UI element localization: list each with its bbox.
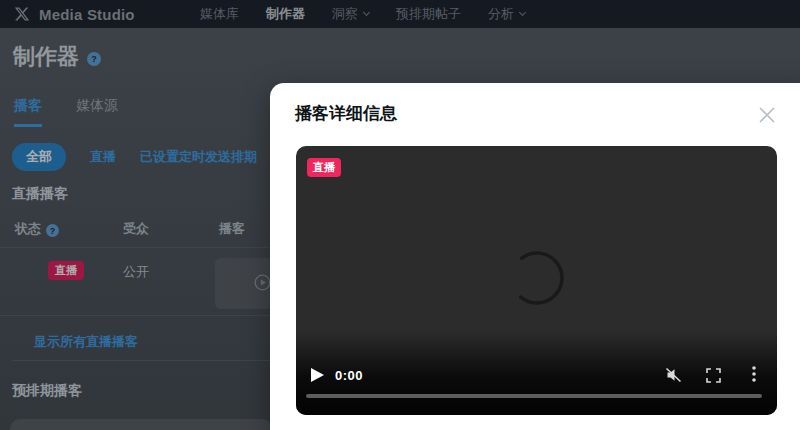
progress-bar[interactable] (306, 394, 762, 398)
fullscreen-icon[interactable] (706, 368, 721, 383)
play-button[interactable] (311, 368, 324, 382)
close-icon (758, 106, 776, 124)
loading-spinner (510, 251, 564, 305)
overflow-menu-icon[interactable] (752, 366, 756, 382)
mute-icon[interactable] (664, 367, 683, 383)
video-player[interactable]: 直播 0:00 (296, 146, 777, 415)
media-studio-screen: Media Studio 媒体库 制作器 洞察 预排期帖子 分析 制作器 ? 播… (0, 0, 800, 430)
live-badge: 直播 (307, 158, 341, 177)
current-time: 0:00 (335, 368, 363, 383)
close-button[interactable] (756, 104, 778, 126)
controls-shade (296, 330, 777, 415)
broadcast-details-modal: 播客详细信息 直播 0:00 (270, 83, 800, 430)
modal-title: 播客详细信息 (295, 102, 397, 125)
